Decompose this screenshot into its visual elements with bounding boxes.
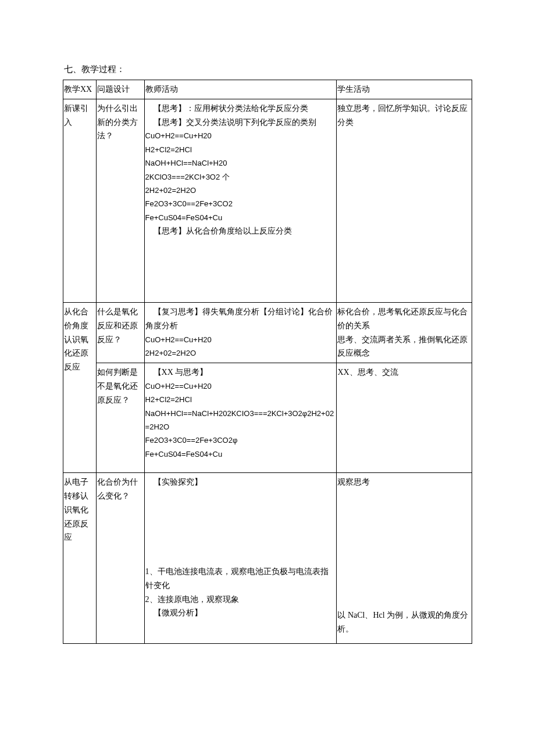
table-row: 从化合价角度认识氧化还原反应 什么是氧化反应和还原反应？ 【复习思考】得失氧角度… [63, 302, 472, 363]
equation: H2+Cl2=2HCl [145, 393, 336, 406]
lesson-plan-table: 教学XX 问题设计 教师活动 学生活动 新课引入 为什么引出新的分类方法？ 【思… [63, 80, 472, 644]
cell-teacher: 【思考】：应用树状分类法给化学反应分类 【思考】交叉分类法说明下列化学反应的类别… [144, 99, 337, 302]
text-line: 【微观分析】 [145, 606, 336, 620]
equation: Fe2O3+3C0==2Fe+3CO2 [145, 197, 336, 210]
cell-question: 为什么引出新的分类方法？ [96, 99, 144, 302]
section-heading: 七、教学过程： [64, 64, 472, 75]
equation: 2KClO3===2KCl+3O2 个 [145, 170, 336, 184]
text-line: 2、连接原电池，观察现象 [145, 593, 336, 607]
cell-stage: 从化合价角度认识氧化还原反应 [63, 302, 97, 472]
cell-teacher: 【复习思考】得失氧角度分析【分组讨论】化合价角度分析 CuO+H2==Cu+H2… [144, 302, 337, 363]
header-cell-teacher: 教师活动 [144, 80, 337, 99]
header-cell-stage: 教学XX [63, 80, 97, 99]
cell-stage: 从电子转移认识氧化还原反应 [63, 473, 97, 644]
cell-question: 如何判断是不是氧化还原反应？ [96, 363, 144, 473]
text-line: 1、干电池连接电流表，观察电池正负极与电流表指针变化 [145, 565, 336, 593]
text-line: 【思考】：应用树状分类法给化学反应分类 [145, 102, 336, 116]
text-line: 【思考】交叉分类法说明下列化学反应的类别 [145, 116, 336, 130]
cell-teacher: 【实验探究】 1、干电池连接电流表，观察电池正负极与电流表指针变化 2、连接原电… [144, 473, 337, 644]
equation: CuO+H2==Cu+H20 [145, 129, 336, 142]
equation: 2H2+02=2H2O [145, 184, 336, 197]
text-line: 以 NaCl、Hcl 为例，从微观的角度分析。 [337, 608, 470, 636]
equation: CuO+H2==Cu+H20 [145, 379, 336, 393]
equation: 2H2+02=2H2O [145, 346, 336, 360]
equation: NaOH+HCl==NaCl+H20 [145, 156, 336, 170]
text-line: 【XX 与思考】 [145, 366, 336, 379]
table-row: 新课引入 为什么引出新的分类方法？ 【思考】：应用树状分类法给化学反应分类 【思… [63, 99, 472, 302]
cell-student: 观察思考 以 NaCl、Hcl 为例，从微观的角度分析。 [337, 473, 472, 644]
cell-question: 什么是氧化反应和还原反应？ [96, 302, 144, 363]
text-line: 【思考】从化合价角度给以上反应分类 [145, 224, 336, 238]
table-row: 从电子转移认识氧化还原反应 化合价为什么变化？ 【实验探究】 1、干电池连接电流… [63, 473, 472, 644]
text-line: 观察思考 [337, 475, 470, 489]
cell-question: 化合价为什么变化？ [96, 473, 144, 644]
text-line: 【复习思考】得失氧角度分析【分组讨论】化合价角度分析 [145, 305, 336, 333]
equation: H2+Cl2=2HCl [145, 143, 336, 156]
equation: CuO+H2==Cu+H20 [145, 333, 336, 346]
table-header-row: 教学XX 问题设计 教师活动 学生活动 [63, 80, 472, 99]
text-line: 【实验探究】 [145, 475, 336, 489]
cell-stage: 新课引入 [63, 99, 97, 302]
cell-teacher: 【XX 与思考】 CuO+H2==Cu+H20 H2+Cl2=2HCl NaOH… [144, 363, 337, 473]
equation: Fe+CuS04=FeS04+Cu [145, 211, 336, 224]
header-cell-student: 学生活动 [337, 80, 472, 99]
equation: Fe+CuS04=FeS04+Cu [145, 447, 336, 461]
cell-student: XX、思考、交流 [337, 363, 472, 473]
equation: Fe2O3+3C0==2Fe+3CO2φ [145, 433, 336, 447]
equation: NaOH+HCl==NaCl+H202KCIO3===2KCl+3O2φ2H2+… [145, 407, 336, 434]
header-cell-question: 问题设计 [96, 80, 144, 99]
cell-student: 标化合价，思考氧化还原反应与化合价的关系 思考、交流两者关系，推倒氧化还原反应概… [337, 302, 472, 363]
cell-student: 独立思考，回忆所学知识。讨论反应分类 [337, 99, 472, 302]
table-row: 如何判断是不是氧化还原反应？ 【XX 与思考】 CuO+H2==Cu+H20 H… [63, 363, 472, 473]
